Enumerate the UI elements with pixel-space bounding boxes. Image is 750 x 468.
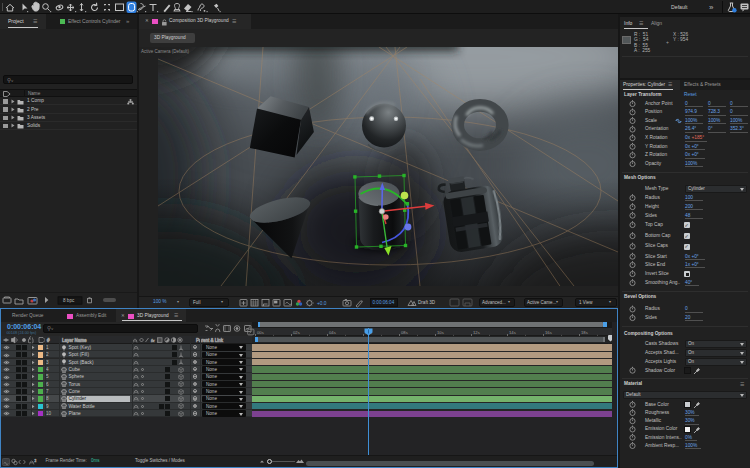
svg-text:fx: fx <box>151 338 155 343</box>
svg-text:02s: 02s <box>293 329 300 334</box>
svg-text:2: 2 <box>35 458 37 462</box>
svg-text:16s: 16s <box>545 329 552 334</box>
svg-text:8 bpc: 8 bpc <box>63 298 75 303</box>
svg-text:#: # <box>47 338 50 343</box>
svg-text:14s: 14s <box>509 329 516 334</box>
svg-text:Layer Name: Layer Name <box>62 338 87 343</box>
svg-text:04s: 04s <box>329 329 336 334</box>
svg-text:00s: 00s <box>257 329 264 334</box>
svg-text:18s: 18s <box>581 329 588 334</box>
svg-text:10s: 10s <box>437 329 444 334</box>
svg-text:12s: 12s <box>473 329 480 334</box>
svg-text:08s: 08s <box>401 329 408 334</box>
svg-text:+0.0: +0.0 <box>317 301 327 306</box>
